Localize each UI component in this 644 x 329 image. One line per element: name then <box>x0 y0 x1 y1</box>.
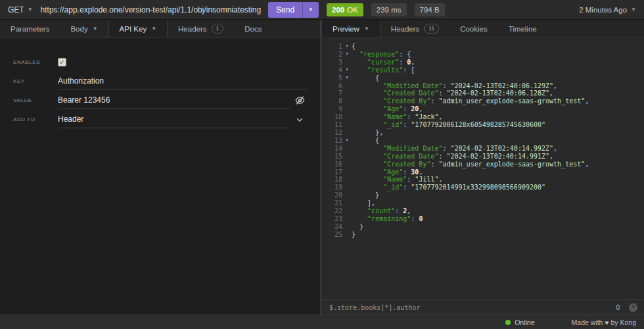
code-line: 22 "count": 2, <box>321 207 644 215</box>
fold-gutter <box>342 168 352 176</box>
method-dropdown[interactable]: GET ▼ <box>7 5 37 14</box>
send-options-dropdown[interactable]: ▼ <box>302 2 319 18</box>
code-text: "_id": "1707792014991x332998098566909200… <box>352 184 545 191</box>
code-line: 2▼ "response": { <box>321 51 644 59</box>
code-lines: 1▼{2▼ "response": {3 "cursor": 0,4▼ "res… <box>321 43 644 239</box>
line-number: 9 <box>321 105 342 113</box>
caret-down-icon: ▼ <box>308 7 313 13</box>
fold-gutter <box>342 113 352 121</box>
value-label: VALUE <box>13 97 58 103</box>
tab-label: Docs <box>244 25 262 33</box>
status-code: 200 <box>332 6 344 14</box>
fold-arrow-icon[interactable]: ▼ <box>342 74 352 82</box>
line-number: 22 <box>321 207 342 215</box>
code-text: "cursor": 0, <box>352 59 415 66</box>
tab-label: Preview <box>333 25 359 33</box>
code-text: }, <box>352 129 383 137</box>
line-number: 8 <box>321 97 342 105</box>
response-history-dropdown[interactable]: 2 Minutes Ago ▼ <box>579 6 636 14</box>
filter-input[interactable] <box>329 304 610 311</box>
online-label: Online <box>515 318 534 326</box>
tab-label: API Key <box>120 25 147 33</box>
enabled-checkbox[interactable]: ✓ <box>58 58 66 66</box>
headers-count-badge: 11 <box>424 24 439 33</box>
request-pane: Parameters Body ▼ API Key ▼ Headers 1 Do… <box>0 20 320 315</box>
online-status[interactable]: Online <box>505 318 534 326</box>
request-url-bar: GET ▼ https://app.explode.one/version-te… <box>0 0 644 20</box>
fold-gutter <box>342 215 352 223</box>
line-number: 20 <box>321 191 342 199</box>
response-tabbar: Preview ▼ Headers 11 Cookies Timeline <box>321 20 644 38</box>
kong-credit: Made with ♥ by Kong <box>572 318 636 326</box>
code-line: 12 }, <box>321 129 644 137</box>
code-line: 9 "Age": 20, <box>321 105 644 113</box>
tab-request-headers[interactable]: Headers 1 <box>168 20 234 38</box>
tab-body[interactable]: Body ▼ <box>60 20 108 38</box>
enabled-label: ENABLED <box>13 59 58 65</box>
line-number: 5 <box>321 74 342 82</box>
tab-parameters[interactable]: Parameters <box>0 20 60 38</box>
tab-api-key[interactable]: API Key ▼ <box>108 20 168 38</box>
fold-gutter <box>342 129 352 137</box>
caret-down-icon: ▼ <box>631 7 636 13</box>
code-line: 13▼ { <box>321 137 644 145</box>
fold-arrow-icon[interactable]: ▼ <box>342 66 352 74</box>
filter-match-count: 0 <box>616 304 620 311</box>
send-button-label[interactable]: Send <box>268 2 302 18</box>
filter-help-icon[interactable]: ? <box>629 303 637 312</box>
fold-gutter <box>342 207 352 215</box>
url-input[interactable]: https://app.explode.one/version-test/api… <box>37 5 264 14</box>
tab-timeline[interactable]: Timeline <box>498 20 547 38</box>
code-text: "count": 2, <box>352 207 411 215</box>
code-text: { <box>352 74 379 82</box>
tab-label: Body <box>70 25 87 33</box>
code-line: 19 "_id": "1707792014991x332998098566909… <box>321 184 644 191</box>
toggle-visibility-button[interactable] <box>291 95 308 105</box>
fold-gutter <box>342 89 352 97</box>
code-text: "Modified Date": "2024-02-13T02:40:14.99… <box>352 145 557 153</box>
response-pane: Preview ▼ Headers 11 Cookies Timeline 1▼… <box>321 20 644 315</box>
caret-down-icon: ▼ <box>151 26 156 32</box>
line-number: 4 <box>321 66 342 74</box>
value-value: Bearer 123456 <box>58 95 110 105</box>
tab-docs[interactable]: Docs <box>234 20 272 38</box>
app-status-bar: Online Made with ♥ by Kong <box>0 315 644 329</box>
status-message: OK <box>347 6 358 14</box>
addto-row: ADD TO Header <box>13 110 308 129</box>
fold-gutter <box>342 153 352 161</box>
line-number: 6 <box>321 82 342 90</box>
tab-cookies[interactable]: Cookies <box>449 20 498 38</box>
addto-select[interactable]: Header <box>58 111 291 128</box>
code-text: { <box>352 137 379 145</box>
key-input[interactable]: Authorization <box>58 73 308 90</box>
code-text: "Created By": "admin_user_explode-saas-g… <box>352 97 589 105</box>
enabled-row: ENABLED ✓ <box>13 53 308 72</box>
fold-gutter <box>342 97 352 105</box>
fold-arrow-icon[interactable]: ▼ <box>342 137 352 145</box>
send-button[interactable]: Send ▼ <box>268 2 319 18</box>
line-number: 7 <box>321 89 342 97</box>
response-history-label: 2 Minutes Ago <box>579 6 627 14</box>
fold-gutter <box>342 223 352 231</box>
code-line: 15 "Created Date": "2024-02-13T02:40:14.… <box>321 153 644 161</box>
json-response-viewer[interactable]: 1▼{2▼ "response": {3 "cursor": 0,4▼ "res… <box>321 38 644 299</box>
line-number: 15 <box>321 153 342 161</box>
fold-gutter <box>342 121 352 129</box>
value-input[interactable]: Bearer 123456 <box>58 92 291 109</box>
response-time-badge: 239 ms <box>371 3 407 16</box>
caret-down-icon: ▼ <box>28 7 33 13</box>
tab-preview[interactable]: Preview ▼ <box>321 20 380 38</box>
line-number: 24 <box>321 223 342 231</box>
url-bar-left: GET ▼ https://app.explode.one/version-te… <box>0 0 320 19</box>
online-dot-icon <box>505 320 511 325</box>
code-line: 16 "Created By": "admin_user_explode-saa… <box>321 161 644 168</box>
line-number: 18 <box>321 176 342 184</box>
code-line: 1▼{ <box>321 43 644 51</box>
line-number: 12 <box>321 129 342 137</box>
fold-arrow-icon[interactable]: ▼ <box>342 43 352 51</box>
tab-response-headers[interactable]: Headers 11 <box>380 20 449 38</box>
tab-label: Parameters <box>11 25 49 33</box>
headers-count-badge: 1 <box>212 24 224 33</box>
chevron-down-icon <box>296 116 304 124</box>
fold-arrow-icon[interactable]: ▼ <box>342 51 352 59</box>
